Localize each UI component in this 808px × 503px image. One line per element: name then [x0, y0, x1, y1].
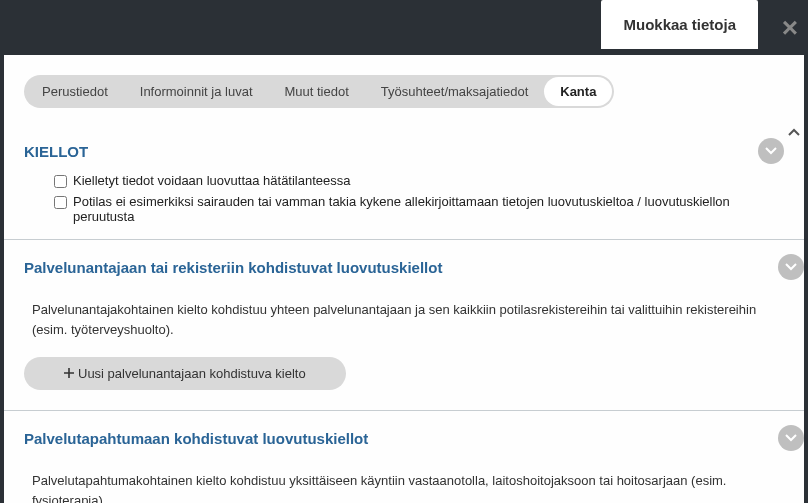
- chevron-down-icon: [785, 263, 797, 271]
- section-provider: Palvelunantajaan tai rekisteriin kohdist…: [24, 248, 804, 404]
- provider-description: Palvelunantajakohtainen kielto kohdistuu…: [24, 286, 804, 353]
- modal-title: Muokkaa tietoja: [601, 0, 758, 49]
- tab-perustiedot[interactable]: Perustiedot: [26, 77, 124, 106]
- tab-bar: Perustiedot Informoinnit ja luvat Muut t…: [24, 75, 614, 108]
- add-provider-label: Uusi palvelunantajaan kohdistuva kielto: [78, 366, 306, 381]
- section-header-kiellot: KIELLOT: [24, 132, 784, 170]
- content-area: Perustiedot Informoinnit ja luvat Muut t…: [4, 55, 804, 503]
- section-header-provider: Palvelunantajaan tai rekisteriin kohdist…: [24, 248, 804, 286]
- collapse-toggle-event[interactable]: [778, 425, 804, 451]
- top-bar: Muokkaa tietoja ×: [0, 0, 808, 55]
- checkbox-row-emergency: Kielletyt tiedot voidaan luovuttaa hätät…: [24, 170, 784, 191]
- event-description: Palvelutapahtumakohtainen kielto kohdist…: [24, 457, 804, 503]
- close-icon[interactable]: ×: [782, 12, 798, 44]
- scroll-up-indicator[interactable]: [788, 123, 800, 139]
- divider: [4, 410, 804, 411]
- chevron-down-icon: [765, 147, 777, 155]
- chevron-down-icon: [785, 434, 797, 442]
- section-event: Palvelutapahtumaan kohdistuvat luovutusk…: [24, 419, 804, 503]
- checkbox-row-unable-sign: Potilas ei esimerkiksi sairauden tai vam…: [24, 191, 784, 227]
- divider: [4, 239, 804, 240]
- section-kiellot: KIELLOT Kielletyt tiedot voidaan luovutt…: [24, 132, 784, 227]
- section-title-event: Palvelutapahtumaan kohdistuvat luovutusk…: [24, 430, 368, 447]
- checkbox-emergency[interactable]: [54, 175, 67, 188]
- tab-tyosuhteet[interactable]: Työsuhteet/maksajatiedot: [365, 77, 544, 106]
- tab-informoinnit[interactable]: Informoinnit ja luvat: [124, 77, 269, 106]
- tab-kanta[interactable]: Kanta: [544, 77, 612, 106]
- checkbox-emergency-label: Kielletyt tiedot voidaan luovuttaa hätät…: [73, 173, 351, 188]
- plus-icon: [64, 366, 74, 381]
- checkbox-unable-sign[interactable]: [54, 196, 67, 209]
- collapse-toggle-kiellot[interactable]: [758, 138, 784, 164]
- section-header-event: Palvelutapahtumaan kohdistuvat luovutusk…: [24, 419, 804, 457]
- tab-muut-tiedot[interactable]: Muut tiedot: [269, 77, 365, 106]
- checkbox-unable-sign-label: Potilas ei esimerkiksi sairauden tai vam…: [73, 194, 784, 224]
- collapse-toggle-provider[interactable]: [778, 254, 804, 280]
- section-title-kiellot: KIELLOT: [24, 143, 88, 160]
- add-provider-prohibition-button[interactable]: Uusi palvelunantajaan kohdistuva kielto: [24, 357, 346, 390]
- section-title-provider: Palvelunantajaan tai rekisteriin kohdist…: [24, 259, 442, 276]
